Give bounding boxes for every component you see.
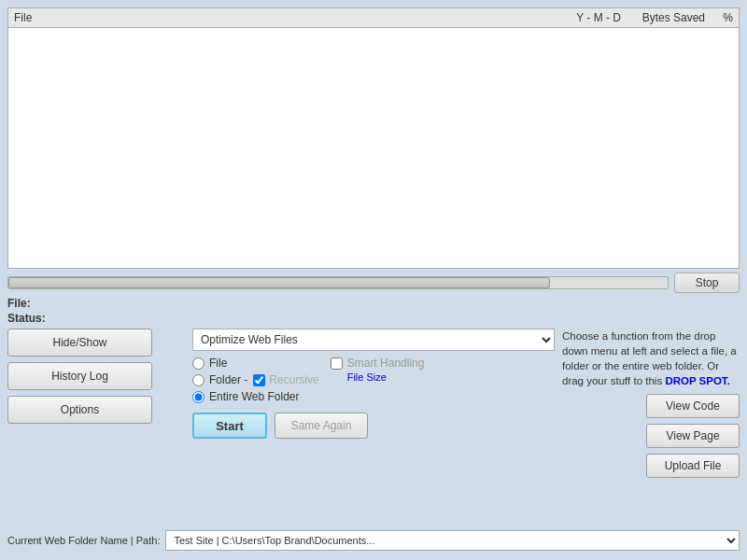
right-buttons: View Code View Page Upload File [562,394,740,478]
file-label: File: [7,297,49,310]
col-ymd-header: Y - M - D [546,11,621,24]
left-column: Hide/Show History Log Options [7,329,185,525]
smart-handling-area: Smart Handling File Size [331,357,425,383]
smart-handling-label: Smart Handling [347,357,425,370]
status-row: Status: [7,312,740,325]
history-log-button[interactable]: History Log [7,362,152,390]
col-pct-header: % [705,11,733,24]
radio-file[interactable]: File [192,357,319,370]
radio-folder-input[interactable] [192,374,204,386]
smart-handling-checkbox[interactable] [331,357,343,370]
start-again-row: Start Same Again [192,413,555,439]
start-button[interactable]: Start [192,413,267,439]
file-table: File Y - M - D Bytes Saved % [7,7,740,269]
options-button[interactable]: Options [7,396,152,424]
smart-handling-checkbox-row: Smart Handling [331,357,425,370]
radio-folder-row: Folder - Recursive [192,373,319,386]
table-header: File Y - M - D Bytes Saved % [8,8,739,28]
radio-folder-label: Folder - [209,373,247,386]
site-select[interactable]: Test Site | C:\Users\Top Brand\Documents… [165,530,740,551]
recursive-label: Recursive [269,373,318,386]
scrollbar-thumb [8,277,550,288]
upload-file-button[interactable]: Upload File [646,454,740,478]
stop-button[interactable]: Stop [674,273,740,293]
bottom-bar-label: Current Web Folder Name | Path: [7,535,160,546]
radio-entire-label: Entire Web Folder [209,390,300,403]
horizontal-scrollbar[interactable] [7,276,669,289]
view-page-button[interactable]: View Page [646,424,740,448]
bottom-bar: Current Web Folder Name | Path: Test Sit… [7,528,740,553]
radio-folder[interactable]: Folder - [192,373,247,386]
col-file-header: File [14,11,546,24]
scroll-stop-row: Stop [7,273,740,293]
radio-file-input[interactable] [192,357,204,370]
file-row: File: [7,297,740,310]
main-container: File Y - M - D Bytes Saved % Stop File: … [0,0,747,560]
recursive-checkbox[interactable] [253,374,265,386]
recursive-checkbox-area: Recursive [253,373,318,386]
file-size-link[interactable]: File Size [347,371,387,383]
radio-file-label: File [209,357,227,370]
status-label: Status: [7,312,49,325]
function-dropdown-row: Optimize Web Files Compress Files Minify… [192,329,555,351]
function-select[interactable]: Optimize Web Files Compress Files Minify… [192,329,555,351]
radio-entire-input[interactable] [192,391,204,403]
col-bytes-header: Bytes Saved [621,11,705,24]
right-column: Choose a function from the drop down men… [562,329,740,525]
file-status-section: File: Status: [7,297,740,325]
help-text: Choose a function from the drop down men… [562,329,740,388]
same-again-button[interactable]: Same Again [275,413,368,439]
radio-group: File Folder - Recursive [192,357,319,403]
drop-spot-label: DROP SPOT. [665,375,729,386]
table-body[interactable] [8,28,739,268]
bottom-section: Hide/Show History Log Options Optimize W… [7,329,740,525]
radio-entire-folder[interactable]: Entire Web Folder [192,390,319,403]
hide-show-button[interactable]: Hide/Show [7,329,152,357]
view-code-button[interactable]: View Code [646,394,740,418]
options-area: File Folder - Recursive [192,357,555,403]
middle-column: Optimize Web Files Compress Files Minify… [192,329,555,525]
